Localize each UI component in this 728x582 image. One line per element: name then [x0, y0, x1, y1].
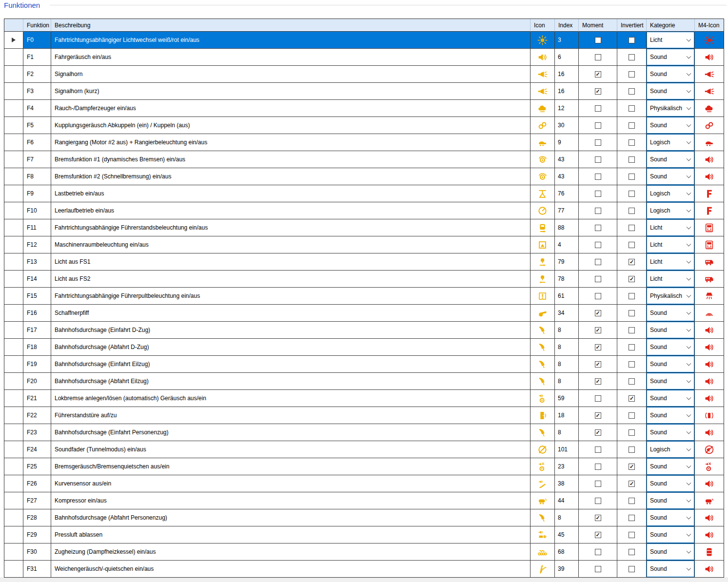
m4-icon-cell[interactable] — [695, 100, 724, 117]
function-icon-cell[interactable] — [531, 441, 555, 458]
function-description[interactable]: Signalhorn — [51, 66, 531, 83]
row-selector[interactable] — [4, 219, 23, 236]
kategorie-dropdown[interactable]: Physikalisch — [647, 100, 694, 116]
function-number[interactable]: F12 — [23, 236, 51, 253]
function-description[interactable]: Soundfader (Tunnelmodus) ein/aus — [51, 441, 531, 458]
function-index[interactable]: 101 — [555, 441, 579, 458]
kategorie-dropdown[interactable]: Sound — [647, 526, 694, 543]
function-number[interactable]: F0 — [23, 32, 51, 49]
function-description[interactable]: Bahnhofsdurchsage (Abfahrt Eilzug) — [51, 373, 531, 390]
m4-icon-cell[interactable] — [695, 322, 724, 339]
kategorie-dropdown[interactable]: Sound — [647, 407, 694, 424]
m4-icon-cell[interactable] — [695, 475, 724, 492]
function-description[interactable]: Bremsgeräusch/Bremsenquietschen aus/ein — [51, 458, 531, 475]
function-icon-cell[interactable] — [531, 151, 555, 168]
m4-icon-cell[interactable] — [695, 83, 724, 100]
function-index[interactable]: 68 — [555, 543, 579, 561]
moment-checkbox[interactable] — [595, 174, 601, 180]
table-row[interactable]: F5Kupplungsgeräusch Abkuppeln (ein) / Ku… — [4, 117, 724, 134]
kategorie-dropdown[interactable]: Sound — [647, 322, 694, 338]
function-icon-cell[interactable] — [531, 49, 555, 66]
function-index[interactable]: 18 — [555, 407, 579, 424]
moment-checkbox[interactable] — [595, 481, 601, 487]
row-selector[interactable] — [4, 66, 23, 83]
function-number[interactable]: F31 — [23, 561, 51, 578]
table-row[interactable]: F24Soundfader (Tunnelmodus) ein/aus101Lo… — [4, 441, 724, 458]
kategorie-dropdown[interactable]: Sound — [647, 356, 694, 372]
function-icon-cell[interactable] — [531, 83, 555, 100]
function-description[interactable]: Fahrtrichtungsabhängige Führerstandsbele… — [51, 219, 531, 236]
function-index[interactable]: 9 — [555, 134, 579, 151]
row-selector[interactable] — [4, 117, 23, 134]
moment-checkbox[interactable] — [595, 54, 601, 60]
row-selector[interactable] — [4, 356, 23, 373]
function-description[interactable]: Bahnhofsdurchsage (Abfahrt Personenzug) — [51, 509, 531, 526]
table-row[interactable]: F1Fahrgeräusch ein/aus6Sound — [4, 49, 724, 66]
invertiert-checkbox[interactable] — [629, 71, 635, 78]
m4-icon-cell[interactable] — [695, 407, 724, 424]
row-selector[interactable] — [4, 373, 23, 390]
table-row[interactable]: F12Maschinenraumbeleuchtung ein/aus4Lich… — [4, 236, 724, 253]
invertiert-checkbox[interactable] — [629, 327, 635, 333]
function-description[interactable]: Fahrtrichtungsabhängige Führerpultbeleuc… — [51, 288, 531, 305]
function-icon-cell[interactable] — [531, 236, 555, 253]
kategorie-dropdown[interactable]: Sound — [647, 561, 694, 577]
moment-checkbox[interactable] — [595, 225, 601, 231]
kategorie-dropdown[interactable]: Licht — [647, 271, 694, 287]
table-row[interactable]: F14Licht aus FS278✓Licht — [4, 271, 724, 288]
function-index[interactable]: 8 — [555, 356, 579, 373]
function-description[interactable]: Maschinenraumbeleuchtung ein/aus — [51, 236, 531, 253]
function-icon-cell[interactable] — [531, 271, 555, 288]
function-number[interactable]: F23 — [23, 424, 51, 441]
table-row[interactable]: F4Rauch-/Dampferzeuger ein/aus12Physikal… — [4, 100, 724, 117]
moment-checkbox[interactable] — [595, 105, 601, 112]
kategorie-dropdown[interactable]: Logisch — [647, 202, 694, 219]
invertiert-checkbox[interactable] — [629, 446, 635, 453]
function-index[interactable]: 8 — [555, 373, 579, 390]
function-number[interactable]: F1 — [23, 49, 51, 66]
function-index[interactable]: 16 — [555, 83, 579, 100]
function-number[interactable]: F14 — [23, 271, 51, 288]
function-icon-cell[interactable] — [531, 253, 555, 271]
table-row[interactable]: F23Bahnhofsdurchsage (Einfahrt Personenz… — [4, 424, 724, 441]
m4-icon-cell[interactable] — [695, 134, 724, 151]
function-number[interactable]: F22 — [23, 407, 51, 424]
function-description[interactable]: Bahnhofsdurchsage (Abfahrt D-Zug) — [51, 339, 531, 356]
function-number[interactable]: F28 — [23, 509, 51, 526]
function-description[interactable]: Kurvensensor aus/ein — [51, 475, 531, 492]
m4-icon-cell[interactable] — [695, 561, 724, 578]
kategorie-dropdown[interactable]: Sound — [647, 305, 694, 321]
function-icon-cell[interactable] — [531, 117, 555, 134]
function-number[interactable]: F8 — [23, 168, 51, 185]
kategorie-dropdown[interactable]: Sound — [647, 458, 694, 475]
function-index[interactable]: 6 — [555, 49, 579, 66]
function-icon-cell[interactable] — [531, 509, 555, 526]
kategorie-dropdown[interactable]: Sound — [647, 117, 694, 134]
invertiert-checkbox[interactable] — [629, 344, 635, 350]
row-selector[interactable] — [4, 288, 23, 305]
function-index[interactable]: 61 — [555, 288, 579, 305]
moment-checkbox[interactable]: ✓ — [595, 412, 601, 419]
row-selector[interactable] — [4, 49, 23, 66]
function-icon-cell[interactable] — [531, 322, 555, 339]
function-description[interactable]: Rauch-/Dampferzeuger ein/aus — [51, 100, 531, 117]
kategorie-dropdown[interactable]: Licht — [647, 32, 694, 48]
m4-icon-cell[interactable] — [695, 66, 724, 83]
function-number[interactable]: F11 — [23, 219, 51, 236]
table-row[interactable]: F13Licht aus FS179✓Licht — [4, 253, 724, 271]
table-row[interactable]: F7Bremsfunktion #1 (dynamisches Bremsen)… — [4, 151, 724, 168]
table-row[interactable]: F9Lastbetrieb ein/aus76Logisch — [4, 185, 724, 202]
moment-checkbox[interactable]: ✓ — [595, 327, 601, 333]
function-number[interactable]: F17 — [23, 322, 51, 339]
row-selector[interactable] — [4, 32, 23, 49]
function-number[interactable]: F13 — [23, 253, 51, 271]
function-number[interactable]: F21 — [23, 390, 51, 407]
table-row[interactable]: F30Zugheizung (Dampfheizkessel) ein/aus6… — [4, 543, 724, 561]
invertiert-checkbox[interactable] — [629, 429, 635, 436]
invertiert-checkbox[interactable] — [629, 498, 635, 504]
invertiert-checkbox[interactable] — [629, 515, 635, 521]
row-selector[interactable] — [4, 236, 23, 253]
row-selector[interactable] — [4, 441, 23, 458]
table-row[interactable]: F21Lokbremse anlegen/lösen (automatisch)… — [4, 390, 724, 407]
invertiert-checkbox[interactable] — [629, 361, 635, 368]
